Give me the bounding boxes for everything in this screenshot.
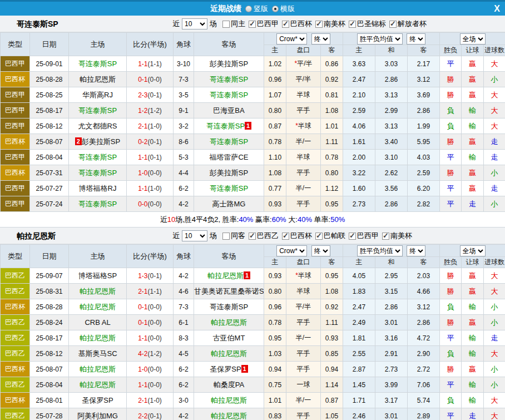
league-filter[interactable]: 巴西甲 (249, 19, 279, 29)
col-score: 比分(半场) (127, 245, 174, 268)
col-date: 日期 (30, 245, 69, 268)
result-cell: 負 (440, 103, 462, 118)
away-team-cell: 帕拉尼恩斯 (194, 408, 264, 420)
near-label: 近 (172, 231, 180, 241)
layout-option-horizontal[interactable]: 横版 (272, 4, 295, 14)
league-filter[interactable]: 巴西杯 (282, 231, 312, 241)
section-filter-row: 帕拉尼恩斯 近 10 场 同客 巴西乙巴西杯巴帕联巴西甲南美杯 (0, 228, 505, 244)
fulltime-header: 全场 (440, 33, 505, 45)
home-team-cell: 哥连泰斯SP (69, 150, 127, 165)
odds-source-select[interactable]: Crow* (276, 33, 307, 45)
date-cell: 25-08-24 (30, 315, 69, 330)
score-cell: 0-1(0-0) (127, 315, 174, 330)
halftime-score: (0-1) (148, 412, 162, 420)
league-filter[interactable]: 巴帕联 (315, 231, 345, 241)
odds-away-cell: 0.95 (321, 268, 343, 284)
home-team-name: CRB AL (85, 318, 110, 327)
away-team-name: 福塔雷萨CE (209, 153, 248, 161)
league-filter[interactable]: 巴西甲 (349, 231, 379, 241)
corner-cell: 9-1 (174, 103, 194, 118)
league-label: 南美杯 (324, 19, 345, 29)
radio-horizontal-icon[interactable] (272, 6, 279, 12)
halftime-score: (0-0) (148, 365, 162, 373)
away-team-name: 哥连泰斯SP (210, 137, 248, 146)
odds-home-cell: 0.95 (264, 330, 286, 346)
odds-away-cell: 0.93 (321, 330, 343, 346)
halftime-score: (0-0) (148, 76, 162, 83)
avg-away-cell: 2.17 (408, 56, 440, 72)
score-cell: 2-1(1-1) (127, 284, 174, 299)
same-venue-filter[interactable]: 同客 (222, 231, 245, 241)
recent-count-select[interactable]: 10 (182, 18, 207, 29)
avg-type-select[interactable]: 胜平负均值 (357, 33, 403, 45)
league-checkbox[interactable] (389, 21, 397, 28)
league-checkbox[interactable] (249, 233, 256, 240)
away-team-cell: 哥连泰斯SP (194, 181, 264, 196)
league-checkbox[interactable] (349, 21, 356, 28)
fulltime-select[interactable]: 全场 (460, 245, 486, 256)
corner-cell: 8-3 (174, 330, 194, 346)
league-checkbox[interactable] (382, 233, 389, 240)
handicap-cell: 平手 (286, 408, 321, 420)
fulltime-select[interactable]: 全场 (460, 33, 486, 45)
same-venue-checkbox[interactable] (222, 233, 230, 240)
odds-away-cell: 0.87 (321, 393, 343, 408)
league-filter[interactable]: 巴西杯 (282, 19, 312, 29)
same-venue-checkbox[interactable] (222, 21, 230, 28)
layout-option-vertical[interactable]: 竖版 (245, 4, 268, 14)
league-checkbox[interactable] (249, 21, 256, 28)
odds-home-cell: 1.08 (264, 165, 286, 181)
avg-away-cell: 3.69 (408, 87, 440, 103)
odds-away-cell: 1.14 (321, 377, 343, 393)
league-filter[interactable]: 解放者杯 (389, 19, 427, 29)
odds-source-select[interactable]: Crow* (276, 245, 307, 256)
match-row: 巴西杯25-08-07帕拉尼恩斯1-0(0-0)6-2圣保罗SP10.94平手0… (1, 362, 505, 377)
odds-home-cell: 0.94 (264, 362, 286, 377)
halftime-score: (1-2) (148, 350, 162, 358)
halftime-score: (1-0) (148, 185, 162, 192)
league-type-cell: 巴西乙 (1, 268, 30, 284)
avg-time-select[interactable]: 终 (407, 33, 425, 45)
league-checkbox[interactable] (315, 21, 323, 28)
odds-time-select[interactable]: 终 (311, 33, 330, 45)
league-filter[interactable]: 巴圣锦标 (349, 19, 386, 29)
card-badge: 2 (75, 137, 82, 145)
date-cell: 25-09-07 (30, 268, 69, 284)
recent-count-select[interactable]: 10 (182, 230, 207, 241)
goals-result-cell: 走 (484, 150, 505, 165)
radio-vertical-icon[interactable] (245, 6, 252, 12)
league-checkbox[interactable] (282, 233, 289, 240)
away-team-cell: 甘美奥诺瓦里桑蒂诺SP (194, 284, 264, 299)
league-checkbox[interactable] (315, 233, 323, 240)
result-cell: 平 (440, 56, 462, 72)
match-row: 巴西杯25-07-31哥连泰斯SP1-0(0-0)4-4彭美拉斯SP1.08平手… (1, 165, 505, 181)
close-icon[interactable]: X (494, 3, 500, 14)
avg-time-select[interactable]: 终 (407, 245, 425, 256)
league-filter[interactable]: 南美杯 (315, 19, 345, 29)
subcol-odds-away: 客 (321, 257, 343, 268)
result-cell: 負 (440, 346, 462, 362)
fulltime-score: 0-2 (138, 138, 147, 146)
odds-time-select[interactable]: 终 (311, 245, 330, 256)
fulltime-score: 2-2 (138, 412, 147, 420)
halftime-score: (1-2) (148, 107, 162, 115)
same-venue-filter[interactable]: 同主 (222, 19, 245, 29)
avg-draw-cell: 3.17 (375, 393, 408, 408)
league-checkbox[interactable] (349, 233, 356, 240)
league-filter[interactable]: 南美杯 (382, 231, 412, 241)
avg-type-select[interactable]: 胜平负均值 (357, 245, 403, 256)
result-cell: 平 (440, 408, 462, 420)
goals-result-cell: 大 (484, 103, 505, 118)
result-cell: 負 (440, 118, 462, 134)
away-team-cell: 福塔雷萨CE (194, 150, 264, 165)
avg-draw-cell: 2.95 (375, 268, 408, 284)
home-team-cell: 圣保罗SP (69, 393, 127, 408)
league-checkbox[interactable] (282, 21, 289, 28)
handicap-result-cell: 輸 (462, 393, 484, 408)
summary-text-part: 40% (298, 215, 312, 224)
league-type-cell: 巴西杯 (1, 165, 30, 181)
odds-away-cell: 0.92 (321, 72, 343, 87)
handicap-result-cell: 輸 (462, 299, 484, 315)
same-venue-label: 同主 (231, 19, 245, 29)
league-filter[interactable]: 巴西乙 (249, 231, 279, 241)
